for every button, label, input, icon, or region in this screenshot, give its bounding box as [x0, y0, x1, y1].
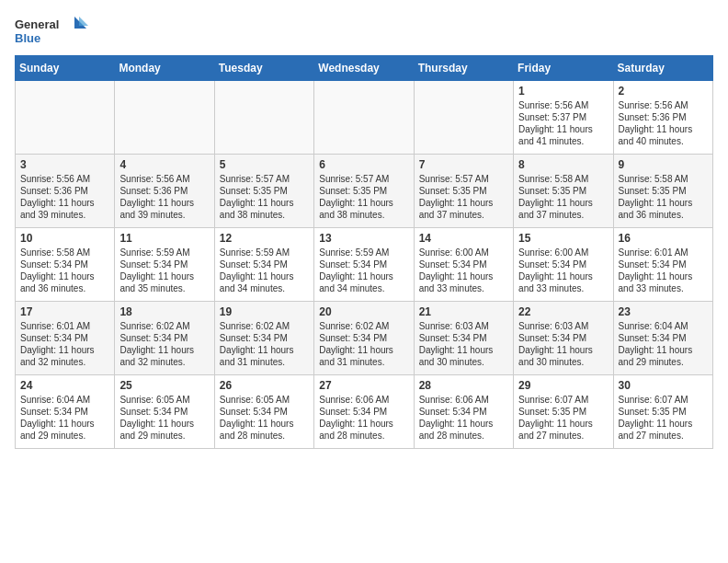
calendar-cell: 13Sunrise: 5:59 AM Sunset: 5:34 PM Dayli…	[314, 228, 414, 302]
day-info: Sunrise: 6:05 AM Sunset: 5:34 PM Dayligh…	[220, 394, 309, 442]
day-info: Sunrise: 6:07 AM Sunset: 5:35 PM Dayligh…	[619, 394, 708, 442]
week-row-5: 24Sunrise: 6:04 AM Sunset: 5:34 PM Dayli…	[16, 375, 713, 449]
day-header-friday: Friday	[514, 56, 613, 81]
day-number: 26	[220, 379, 309, 392]
calendar-cell: 16Sunrise: 6:01 AM Sunset: 5:34 PM Dayli…	[613, 228, 712, 302]
day-header-saturday: Saturday	[613, 56, 712, 81]
day-number: 6	[319, 158, 408, 171]
day-number: 25	[119, 379, 209, 392]
calendar-cell	[214, 81, 313, 155]
day-header-thursday: Thursday	[414, 56, 513, 81]
calendar-cell: 18Sunrise: 6:02 AM Sunset: 5:34 PM Dayli…	[115, 302, 214, 375]
calendar-cell	[414, 81, 513, 155]
day-number: 21	[419, 305, 508, 318]
day-info: Sunrise: 6:02 AM Sunset: 5:34 PM Dayligh…	[220, 320, 309, 368]
day-info: Sunrise: 5:58 AM Sunset: 5:34 PM Dayligh…	[20, 247, 109, 294]
calendar-cell: 10Sunrise: 5:58 AM Sunset: 5:34 PM Dayli…	[16, 228, 115, 302]
calendar-cell: 27Sunrise: 6:06 AM Sunset: 5:34 PM Dayli…	[314, 375, 414, 449]
day-info: Sunrise: 6:06 AM Sunset: 5:34 PM Dayligh…	[419, 394, 508, 442]
day-number: 14	[419, 232, 508, 245]
calendar-cell: 12Sunrise: 5:59 AM Sunset: 5:34 PM Dayli…	[214, 228, 313, 302]
day-number: 24	[20, 379, 109, 392]
day-number: 2	[619, 85, 708, 98]
day-header-sunday: Sunday	[16, 56, 115, 81]
calendar-table: SundayMondayTuesdayWednesdayThursdayFrid…	[15, 55, 713, 449]
calendar-cell: 17Sunrise: 6:01 AM Sunset: 5:34 PM Dayli…	[16, 302, 115, 375]
calendar-cell: 5Sunrise: 5:57 AM Sunset: 5:35 PM Daylig…	[214, 155, 313, 228]
calendar-cell: 22Sunrise: 6:03 AM Sunset: 5:34 PM Dayli…	[514, 302, 613, 375]
day-info: Sunrise: 5:56 AM Sunset: 5:37 PM Dayligh…	[518, 99, 608, 147]
day-info: Sunrise: 6:03 AM Sunset: 5:34 PM Dayligh…	[518, 320, 608, 368]
calendar-cell: 19Sunrise: 6:02 AM Sunset: 5:34 PM Dayli…	[214, 302, 313, 375]
calendar-cell: 28Sunrise: 6:06 AM Sunset: 5:34 PM Dayli…	[414, 375, 513, 449]
calendar-cell	[16, 81, 115, 155]
day-number: 11	[119, 232, 209, 245]
day-number: 18	[119, 305, 209, 318]
day-number: 5	[220, 158, 309, 171]
day-info: Sunrise: 6:02 AM Sunset: 5:34 PM Dayligh…	[319, 320, 408, 368]
calendar-cell: 21Sunrise: 6:03 AM Sunset: 5:34 PM Dayli…	[414, 302, 513, 375]
day-info: Sunrise: 5:58 AM Sunset: 5:35 PM Dayligh…	[518, 173, 608, 221]
calendar-cell: 20Sunrise: 6:02 AM Sunset: 5:34 PM Dayli…	[314, 302, 414, 375]
calendar-cell: 8Sunrise: 5:58 AM Sunset: 5:35 PM Daylig…	[514, 155, 613, 228]
svg-text:General: General	[15, 17, 59, 31]
calendar-cell: 11Sunrise: 5:59 AM Sunset: 5:34 PM Dayli…	[115, 228, 214, 302]
day-number: 3	[20, 158, 109, 171]
calendar-cell: 6Sunrise: 5:57 AM Sunset: 5:35 PM Daylig…	[314, 155, 414, 228]
day-number: 1	[518, 85, 608, 98]
day-number: 20	[319, 305, 408, 318]
day-number: 28	[419, 379, 508, 392]
day-info: Sunrise: 5:59 AM Sunset: 5:34 PM Dayligh…	[319, 247, 408, 294]
calendar-cell: 15Sunrise: 6:00 AM Sunset: 5:34 PM Dayli…	[514, 228, 613, 302]
calendar-cell: 30Sunrise: 6:07 AM Sunset: 5:35 PM Dayli…	[613, 375, 712, 449]
day-number: 27	[319, 379, 408, 392]
logo-svg: General Blue	[15, 15, 88, 48]
calendar-cell	[314, 81, 414, 155]
day-info: Sunrise: 5:57 AM Sunset: 5:35 PM Dayligh…	[319, 173, 408, 221]
week-row-4: 17Sunrise: 6:01 AM Sunset: 5:34 PM Dayli…	[16, 302, 713, 375]
day-number: 10	[20, 232, 109, 245]
day-info: Sunrise: 6:06 AM Sunset: 5:34 PM Dayligh…	[319, 394, 408, 442]
day-info: Sunrise: 6:00 AM Sunset: 5:34 PM Dayligh…	[419, 247, 508, 294]
day-number: 19	[220, 305, 309, 318]
calendar-cell: 3Sunrise: 5:56 AM Sunset: 5:36 PM Daylig…	[16, 155, 115, 228]
day-info: Sunrise: 6:01 AM Sunset: 5:34 PM Dayligh…	[20, 320, 109, 368]
day-number: 12	[220, 232, 309, 245]
day-number: 17	[20, 305, 109, 318]
day-header-wednesday: Wednesday	[314, 56, 414, 81]
day-info: Sunrise: 6:05 AM Sunset: 5:34 PM Dayligh…	[119, 394, 209, 442]
day-number: 29	[518, 379, 608, 392]
day-number: 8	[518, 158, 608, 171]
header-row: SundayMondayTuesdayWednesdayThursdayFrid…	[16, 56, 713, 81]
calendar-cell: 23Sunrise: 6:04 AM Sunset: 5:34 PM Dayli…	[613, 302, 712, 375]
day-number: 15	[518, 232, 608, 245]
day-number: 23	[619, 305, 708, 318]
calendar-cell: 1Sunrise: 5:56 AM Sunset: 5:37 PM Daylig…	[514, 81, 613, 155]
week-row-3: 10Sunrise: 5:58 AM Sunset: 5:34 PM Dayli…	[16, 228, 713, 302]
calendar-cell: 25Sunrise: 6:05 AM Sunset: 5:34 PM Dayli…	[115, 375, 214, 449]
week-row-1: 1Sunrise: 5:56 AM Sunset: 5:37 PM Daylig…	[16, 81, 713, 155]
calendar-cell: 2Sunrise: 5:56 AM Sunset: 5:36 PM Daylig…	[613, 81, 712, 155]
calendar-cell: 7Sunrise: 5:57 AM Sunset: 5:35 PM Daylig…	[414, 155, 513, 228]
day-info: Sunrise: 6:04 AM Sunset: 5:34 PM Dayligh…	[20, 394, 109, 442]
day-info: Sunrise: 5:58 AM Sunset: 5:35 PM Dayligh…	[619, 173, 708, 221]
day-info: Sunrise: 5:56 AM Sunset: 5:36 PM Dayligh…	[119, 173, 209, 221]
calendar-cell: 4Sunrise: 5:56 AM Sunset: 5:36 PM Daylig…	[115, 155, 214, 228]
day-number: 4	[119, 158, 209, 171]
day-header-monday: Monday	[115, 56, 214, 81]
day-info: Sunrise: 5:59 AM Sunset: 5:34 PM Dayligh…	[119, 247, 209, 294]
day-info: Sunrise: 6:04 AM Sunset: 5:34 PM Dayligh…	[619, 320, 708, 368]
day-info: Sunrise: 5:57 AM Sunset: 5:35 PM Dayligh…	[419, 173, 508, 221]
calendar-cell: 24Sunrise: 6:04 AM Sunset: 5:34 PM Dayli…	[16, 375, 115, 449]
day-info: Sunrise: 5:56 AM Sunset: 5:36 PM Dayligh…	[619, 99, 708, 147]
day-info: Sunrise: 6:02 AM Sunset: 5:34 PM Dayligh…	[119, 320, 209, 368]
calendar-cell: 14Sunrise: 6:00 AM Sunset: 5:34 PM Dayli…	[414, 228, 513, 302]
calendar-cell: 29Sunrise: 6:07 AM Sunset: 5:35 PM Dayli…	[514, 375, 613, 449]
day-info: Sunrise: 6:00 AM Sunset: 5:34 PM Dayligh…	[518, 247, 608, 294]
day-info: Sunrise: 5:57 AM Sunset: 5:35 PM Dayligh…	[220, 173, 309, 221]
day-info: Sunrise: 6:07 AM Sunset: 5:35 PM Dayligh…	[518, 394, 608, 442]
week-row-2: 3Sunrise: 5:56 AM Sunset: 5:36 PM Daylig…	[16, 155, 713, 228]
day-number: 13	[319, 232, 408, 245]
calendar-cell: 26Sunrise: 6:05 AM Sunset: 5:34 PM Dayli…	[214, 375, 313, 449]
logo: General Blue	[15, 15, 88, 48]
